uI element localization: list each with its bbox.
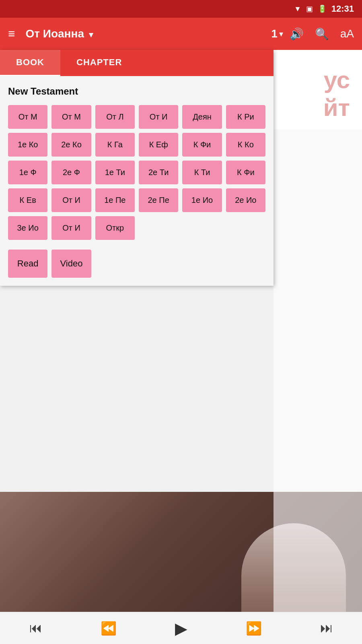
books-row-2: 1е Ко 2е Ко К Га К Еф К Фи К Ко bbox=[8, 133, 265, 157]
battery-icon: 🔋 bbox=[318, 4, 327, 13]
signal-icon: ▣ bbox=[306, 4, 313, 13]
panel-content: New Testament От М От М От Л От И Деян К… bbox=[0, 76, 274, 286]
book-btn-1e-ko[interactable]: 1е Ко bbox=[8, 133, 47, 157]
search-button[interactable]: 🔍 bbox=[315, 27, 329, 41]
toolbar: ≡ От Иоанна ▾ 1 ▾ 🔊 🔍 аА bbox=[0, 18, 362, 50]
rewind-button[interactable]: ⏪ bbox=[101, 621, 117, 636]
play-button[interactable]: ▶ bbox=[175, 619, 187, 638]
book-btn-3e-io[interactable]: 3е Ио bbox=[8, 216, 47, 240]
book-btn-2e-io[interactable]: 2е Ио bbox=[226, 188, 265, 212]
tab-book[interactable]: BOOK bbox=[0, 50, 60, 76]
menu-icon[interactable]: ≡ bbox=[8, 27, 15, 41]
testament-title: New Testament bbox=[8, 86, 265, 97]
font-button[interactable]: аА bbox=[340, 27, 354, 40]
book-btn-k-ga[interactable]: К Га bbox=[95, 133, 135, 157]
book-selector[interactable]: От Иоанна ▾ bbox=[26, 27, 265, 40]
book-btn-ot-m1[interactable]: От М bbox=[8, 105, 47, 129]
chapter-dropdown-arrow[interactable]: ▾ bbox=[279, 29, 283, 39]
wifi-icon: ▼ bbox=[294, 5, 301, 13]
book-btn-k-ti[interactable]: К Ти bbox=[182, 161, 222, 184]
book-btn-k-ko[interactable]: К Ко bbox=[226, 133, 265, 157]
book-btn-ot-i[interactable]: От И bbox=[139, 105, 178, 129]
video-button[interactable]: Video bbox=[51, 250, 91, 278]
status-time: 12:31 bbox=[331, 4, 354, 14]
skip-forward-button[interactable]: ⏭ bbox=[320, 621, 333, 636]
book-btn-k-fi2[interactable]: К Фи bbox=[226, 161, 265, 184]
book-btn-otkr[interactable]: Откр bbox=[95, 216, 135, 240]
toolbar-actions: 🔊 🔍 аА bbox=[290, 27, 354, 41]
audio-player: ⏮ ⏪ ▶ ⏩ ⏭ bbox=[0, 612, 362, 644]
book-btn-ot-i3[interactable]: От И bbox=[51, 216, 91, 240]
book-btn-k-ri[interactable]: К Ри bbox=[226, 105, 265, 129]
books-row-3: 1е Ф 2е Ф 1е Ти 2е Ти К Ти К Фи bbox=[8, 161, 265, 184]
book-btn-1e-pe[interactable]: 1е Пе bbox=[95, 188, 135, 212]
book-btn-2e-f[interactable]: 2е Ф bbox=[51, 161, 91, 184]
book-chapter-panel: BOOK CHAPTER New Testament От М От М От … bbox=[0, 50, 274, 286]
book-btn-2e-ti[interactable]: 2е Ти bbox=[139, 161, 178, 184]
status-bar: ▼ ▣ 🔋 12:31 bbox=[0, 0, 362, 18]
read-button[interactable]: Read bbox=[8, 250, 47, 278]
book-btn-2e-ko[interactable]: 2е Ко bbox=[51, 133, 91, 157]
sound-button[interactable]: 🔊 bbox=[290, 27, 304, 41]
book-btn-dean[interactable]: Деян bbox=[182, 105, 222, 129]
fast-forward-button[interactable]: ⏩ bbox=[246, 621, 262, 636]
books-row-1: От М От М От Л От И Деян К Ри bbox=[8, 105, 265, 129]
book-btn-ot-m2[interactable]: От М bbox=[51, 105, 91, 129]
book-btn-k-fi[interactable]: К Фи bbox=[182, 133, 222, 157]
action-buttons: Read Video bbox=[8, 250, 265, 278]
skip-back-button[interactable]: ⏮ bbox=[29, 621, 42, 636]
book-btn-k-ef[interactable]: К Еф bbox=[139, 133, 178, 157]
book-btn-1e-ti[interactable]: 1е Ти bbox=[95, 161, 135, 184]
book-btn-k-ev[interactable]: К Ев bbox=[8, 188, 47, 212]
book-btn-ot-l[interactable]: От Л bbox=[95, 105, 135, 129]
books-row-4: К Ев От И 1е Пе 2е Пе 1е Ио 2е Ио bbox=[8, 188, 265, 212]
chapter-number: 1 bbox=[271, 27, 278, 40]
book-title: От Иоанна bbox=[26, 27, 84, 40]
chapter-selector[interactable]: 1 ▾ bbox=[271, 27, 283, 40]
tab-chapter[interactable]: CHAPTER bbox=[60, 50, 138, 76]
book-dropdown-arrow[interactable]: ▾ bbox=[89, 30, 93, 39]
book-btn-1e-io[interactable]: 1е Ио bbox=[182, 188, 222, 212]
panel-tabs: BOOK CHAPTER bbox=[0, 50, 274, 76]
book-btn-ot-i2[interactable]: От И bbox=[51, 188, 91, 212]
book-btn-2e-pe[interactable]: 2е Пе bbox=[139, 188, 178, 212]
dim-overlay bbox=[274, 50, 362, 644]
book-btn-1e-f[interactable]: 1е Ф bbox=[8, 161, 47, 184]
books-row-5: 3е Ио От И Откр bbox=[8, 216, 265, 240]
